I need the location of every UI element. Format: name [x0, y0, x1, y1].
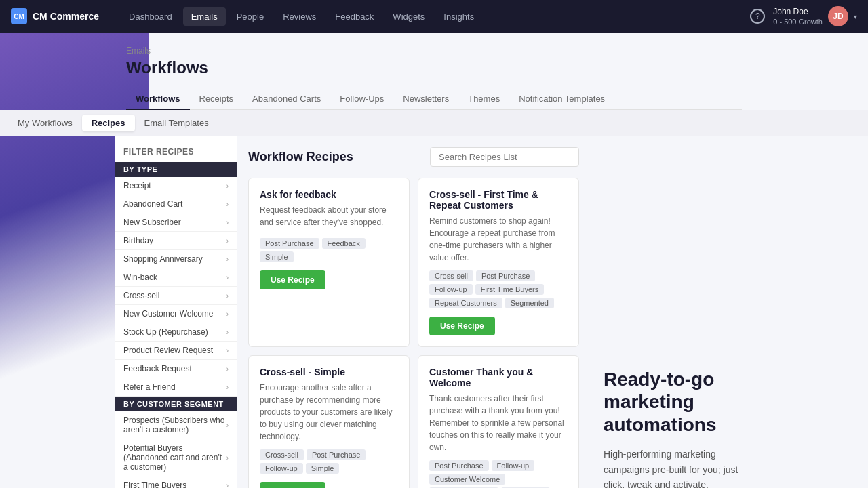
primary-tab-receipts[interactable]: Receipts [190, 88, 243, 110]
chevron-right-icon: › [226, 454, 229, 462]
recipes-area: Workflow Recipes Ask for feedbackRequest… [237, 136, 590, 488]
filter-item-label: New Subscriber [123, 218, 181, 227]
recipes-title: Workflow Recipes [248, 150, 353, 164]
filter-item[interactable]: Shopping Anniversary› [115, 250, 237, 268]
filter-item-label: Shopping Anniversary [123, 254, 203, 264]
recipes-grid: Ask for feedbackRequest feedback about y… [248, 178, 579, 488]
filter-item[interactable]: Win-back› [115, 268, 237, 287]
filter-item[interactable]: Cross-sell› [115, 287, 237, 305]
primary-tabs: WorkflowsReceiptsAbandoned CartsFollow-U… [126, 88, 742, 110]
recipe-tags: Cross-sellPost PurchaseFollow-upSimple [260, 449, 398, 474]
user-name: John Doe [773, 7, 823, 18]
secondary-tab-email-templates[interactable]: Email Templates [135, 115, 218, 131]
recipe-tag: Cross-sell [429, 270, 473, 281]
logo-icon: CM [11, 8, 27, 24]
filter-item-label: Cross-sell [123, 291, 159, 300]
breadcrumb: Emails [126, 46, 742, 56]
recipe-tag: Simple [306, 463, 340, 474]
recipe-tags: Post PurchaseFeedbackSimple [260, 238, 398, 262]
page-title: Workflows [126, 58, 742, 77]
chevron-right-icon: › [226, 329, 229, 336]
recipe-tag: Simple [260, 251, 294, 262]
recipe-description: Request feedback about your store and se… [260, 204, 398, 231]
recipe-tag: Repeat Customers [429, 298, 502, 308]
chevron-right-icon: › [226, 365, 229, 373]
recipe-tags: Cross-sellPost PurchaseFollow-upFirst Ti… [429, 270, 568, 308]
chevron-down-icon: ▾ [854, 13, 857, 20]
help-button[interactable]: ? [750, 9, 765, 24]
top-navigation: CM CM Commerce DashboardEmailsPeopleRevi… [0, 0, 868, 33]
recipe-description: Encourage another sale after a purchase … [260, 382, 398, 443]
use-recipe-button[interactable]: Use Recipe [260, 270, 326, 289]
nav-item-widgets[interactable]: Widgets [384, 7, 433, 26]
recipe-tag: Post Purchase [429, 460, 489, 471]
nav-item-reviews[interactable]: Reviews [275, 7, 324, 26]
recipe-name: Cross-sell - First Time & Repeat Custome… [429, 189, 568, 211]
recipe-name: Customer Thank you & Welcome [429, 367, 568, 388]
recipe-name: Ask for feedback [260, 189, 398, 200]
chevron-right-icon: › [226, 219, 229, 226]
filter-item-label: Prospects (Subscribers who aren't a cust… [123, 415, 226, 434]
recipe-tag: Follow-up [429, 284, 473, 295]
filter-item[interactable]: Potential Buyers (Abandoned cart and are… [115, 439, 237, 476]
filter-item[interactable]: Product Review Request› [115, 342, 237, 360]
nav-item-feedback[interactable]: Feedback [327, 7, 382, 26]
nav-right: ? John Doe 0 - 500 Growth JD ▾ [750, 6, 857, 26]
chevron-right-icon: › [226, 384, 229, 391]
filter-item[interactable]: Birthday› [115, 232, 237, 250]
primary-tab-follow-ups[interactable]: Follow-Ups [330, 88, 393, 110]
page-wrapper: Emails Workflows WorkflowsReceiptsAbando… [115, 33, 753, 110]
recipe-tag: Cross-sell [260, 449, 304, 460]
recipe-card: Cross-sell - SimpleEncourage another sal… [248, 355, 410, 488]
recipe-tag: Customer Welcome [429, 474, 505, 485]
filter-item-label: Stock Up (Repurchase) [123, 327, 208, 337]
secondary-tab-recipes[interactable]: Recipes [82, 115, 135, 131]
filter-item[interactable]: New Subscriber› [115, 214, 237, 232]
chevron-right-icon: › [226, 182, 229, 190]
search-input[interactable] [430, 147, 579, 167]
primary-tab-notification-templates[interactable]: Notification Templates [509, 88, 614, 110]
filter-item[interactable]: Abandoned Cart› [115, 195, 237, 214]
filter-item[interactable]: Refer a Friend› [115, 378, 237, 396]
filter-item-label: Win-back [123, 272, 157, 282]
use-recipe-button[interactable]: Use Recipe [260, 482, 326, 488]
nav-item-people[interactable]: People [229, 7, 272, 26]
recipe-tag: Segmented [505, 298, 554, 308]
filter-item-label: New Customer Welcome [123, 309, 213, 319]
promo-desc: High-performing marketing campaigns pre-… [604, 447, 739, 488]
user-menu[interactable]: John Doe 0 - 500 Growth JD ▾ [773, 6, 857, 26]
filter-item-label: Abandoned Cart [123, 199, 182, 209]
chevron-right-icon: › [226, 256, 229, 263]
avatar: JD [828, 6, 848, 26]
primary-tab-workflows[interactable]: Workflows [126, 88, 190, 110]
chevron-right-icon: › [226, 274, 229, 281]
recipe-card: Customer Thank you & WelcomeThank custom… [418, 355, 579, 488]
filter-item-label: Receipt [123, 181, 151, 190]
brand-name: CM Commerce [33, 11, 99, 22]
recipe-tag: Post Purchase [476, 270, 536, 281]
chevron-right-icon: › [226, 482, 229, 489]
filter-item[interactable]: Stock Up (Repurchase)› [115, 323, 237, 342]
nav-item-emails[interactable]: Emails [183, 7, 226, 26]
filter-item-label: Birthday [123, 236, 153, 245]
recipe-tag: Follow-up [492, 460, 535, 471]
filter-item[interactable]: First Time Buyers› [115, 476, 237, 488]
user-plan: 0 - 500 Growth [773, 18, 823, 26]
use-recipe-button[interactable]: Use Recipe [429, 317, 495, 336]
recipe-tags: Post PurchaseFollow-upCustomer WelcomeFi… [429, 460, 568, 488]
brand-logo[interactable]: CM CM Commerce [11, 8, 99, 24]
recipe-tag: Follow-up [260, 463, 303, 474]
recipe-card: Ask for feedbackRequest feedback about y… [248, 178, 410, 347]
filter-item[interactable]: Receipt› [115, 177, 237, 195]
filter-item[interactable]: Feedback Request› [115, 360, 237, 378]
primary-tab-abandoned-carts[interactable]: Abandoned Carts [243, 88, 330, 110]
primary-tab-themes[interactable]: Themes [458, 88, 509, 110]
nav-item-dashboard[interactable]: Dashboard [121, 7, 180, 26]
filter-item[interactable]: Prospects (Subscribers who aren't a cust… [115, 411, 237, 439]
secondary-tab-my-workflows[interactable]: My Workflows [8, 115, 82, 131]
nav-item-insights[interactable]: Insights [435, 7, 482, 26]
filter-item[interactable]: New Customer Welcome› [115, 305, 237, 323]
filter-section-header-by-type: BY TYPE [115, 162, 237, 177]
primary-tab-newsletters[interactable]: Newsletters [393, 88, 458, 110]
filter-section-header-by-customer-segment: BY CUSTOMER SEGMENT [115, 396, 237, 411]
